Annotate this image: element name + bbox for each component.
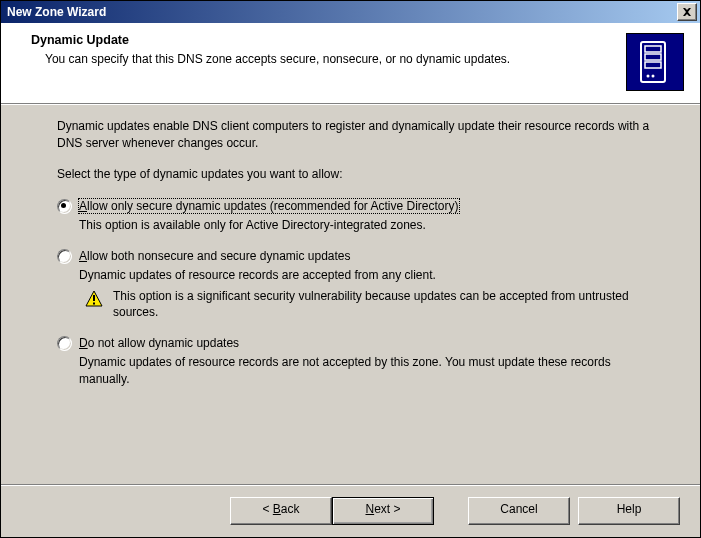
option-none-desc: Dynamic updates of resource records are … xyxy=(79,354,660,388)
header-title: Dynamic Update xyxy=(31,33,626,47)
intro-text-2: Select the type of dynamic updates you w… xyxy=(57,166,660,183)
close-button[interactable] xyxy=(677,3,697,21)
option-none-label: Do not allow dynamic updates xyxy=(79,336,239,350)
option-secure-label: Allow only secure dynamic updates (recom… xyxy=(79,199,459,213)
help-button[interactable]: Help xyxy=(578,497,680,525)
radio-both[interactable] xyxy=(57,249,72,264)
svg-point-4 xyxy=(647,75,650,78)
back-button[interactable]: < Back xyxy=(230,497,332,525)
option-secure-desc: This option is available only for Active… xyxy=(79,217,660,234)
svg-rect-3 xyxy=(645,62,661,68)
svg-rect-7 xyxy=(93,295,95,301)
svg-rect-2 xyxy=(645,54,661,60)
svg-rect-8 xyxy=(93,302,95,304)
wizard-body: Dynamic updates enable DNS client comput… xyxy=(1,104,700,484)
option-both-label: Allow both nonsecure and secure dynamic … xyxy=(79,249,351,263)
option-none[interactable]: Do not allow dynamic updates Dynamic upd… xyxy=(57,335,660,387)
window-title: New Zone Wizard xyxy=(7,5,677,19)
option-both-warning: This option is a significant security vu… xyxy=(79,288,660,322)
warning-icon xyxy=(85,290,103,308)
header-text: Dynamic Update You can specify that this… xyxy=(31,33,626,91)
next-button[interactable]: Next > xyxy=(332,497,434,525)
option-both[interactable]: Allow both nonsecure and secure dynamic … xyxy=(57,248,660,321)
radio-none[interactable] xyxy=(57,336,72,351)
back-next-group: < Back Next > xyxy=(230,497,434,525)
server-icon xyxy=(626,33,684,91)
svg-point-5 xyxy=(652,75,655,78)
svg-rect-1 xyxy=(645,46,661,52)
option-secure-only[interactable]: Allow only secure dynamic updates (recom… xyxy=(57,198,660,234)
wizard-window: New Zone Wizard Dynamic Update You can s… xyxy=(0,0,701,538)
cancel-button[interactable]: Cancel xyxy=(468,497,570,525)
header-description: You can specify that this DNS zone accep… xyxy=(31,51,565,67)
option-both-warning-text: This option is a significant security vu… xyxy=(113,288,660,322)
intro-text-1: Dynamic updates enable DNS client comput… xyxy=(57,118,660,152)
radio-secure-only[interactable] xyxy=(57,199,72,214)
header-band: Dynamic Update You can specify that this… xyxy=(1,23,700,104)
option-both-desc: Dynamic updates of resource records are … xyxy=(79,267,660,284)
button-bar: < Back Next > Cancel Help xyxy=(1,484,700,537)
titlebar: New Zone Wizard xyxy=(1,1,700,23)
